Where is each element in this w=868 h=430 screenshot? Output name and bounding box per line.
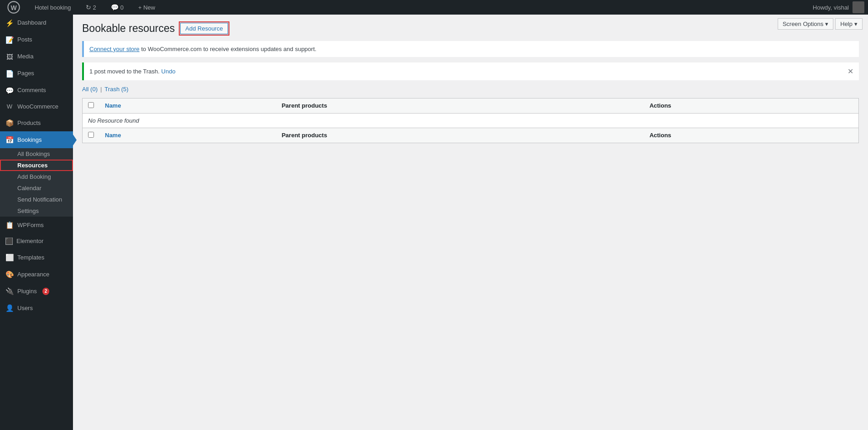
filter-separator: | [100, 86, 102, 93]
sidebar-item-label: Comments [17, 86, 46, 94]
pages-icon: 📄 [5, 69, 14, 78]
page-header: Bookable resources Add Resource [82, 22, 859, 36]
screen-options-chevron: ▾ [825, 21, 828, 27]
filter-bar: All (0) | Trash (5) [82, 86, 859, 93]
sidebar-item-label: Posts [17, 36, 32, 44]
sidebar-item-comments[interactable]: 💬 Comments [0, 82, 73, 99]
bookings-submenu: All Bookings Resources Add Booking Calen… [0, 148, 73, 217]
submenu-calendar[interactable]: Calendar [0, 182, 73, 194]
new-label: + New [138, 4, 155, 11]
sidebar-item-woocommerce[interactable]: W WooCommerce [0, 99, 73, 114]
resources-table: Name Parent products Actions No Resource… [82, 98, 859, 143]
filter-trash-link[interactable]: Trash (5) [104, 86, 128, 93]
no-items-row: No Resource found [83, 113, 859, 128]
footer-name-col[interactable]: Name [99, 128, 276, 143]
store-notice: Connect your store to WooCommerce.com to… [82, 41, 859, 57]
media-icon: 🖼 [5, 52, 14, 62]
help-label: Help [840, 21, 852, 27]
footer-check-col [83, 128, 100, 143]
sidebar-item-media[interactable]: 🖼 Media [0, 48, 73, 65]
admin-menu: ⚡ Dashboard 📝 Posts 🖼 Media 📄 Pages 💬 Co… [0, 15, 73, 430]
filter-all-link[interactable]: All (0) [82, 86, 98, 93]
top-right-bar: Screen Options ▾ Help ▾ [772, 15, 868, 33]
sidebar-item-label: Pages [17, 69, 34, 78]
sidebar-item-label: Appearance [17, 270, 49, 279]
footer-parent-products-col: Parent products [276, 128, 644, 143]
sidebar-item-label: Elementor [16, 237, 43, 245]
trash-notice-close[interactable]: ✕ [847, 67, 853, 76]
products-icon: 📦 [5, 118, 14, 128]
no-items-cell: No Resource found [83, 113, 859, 128]
sidebar-item-label: Plugins [17, 287, 37, 295]
woocommerce-icon: W [5, 103, 14, 111]
comments-count: 0 [120, 4, 124, 11]
sidebar-item-label: Bookings [17, 136, 42, 144]
submenu-add-booking[interactable]: Add Booking [0, 171, 73, 182]
add-resource-button[interactable]: Add Resource [180, 23, 228, 34]
sidebar-item-plugins[interactable]: 🔌 Plugins 2 [0, 283, 73, 300]
submenu-settings[interactable]: Settings [0, 205, 73, 217]
sidebar-item-users[interactable]: 👤 Users [0, 300, 73, 316]
sidebar-item-label: Products [17, 119, 41, 127]
revisions-icon: ↻ [86, 4, 91, 11]
sidebar-item-label: WooCommerce [17, 103, 58, 111]
help-button[interactable]: Help ▾ [835, 18, 863, 30]
templates-icon: ⬜ [5, 253, 14, 262]
sidebar-item-pages[interactable]: 📄 Pages [0, 65, 73, 82]
table-footer-row: Name Parent products Actions [83, 128, 859, 143]
sidebar-item-label: WPForms [17, 221, 44, 229]
page-title: Bookable resources [82, 22, 175, 36]
sidebar-item-bookings[interactable]: 📅 Bookings [0, 131, 73, 148]
select-all-checkbox[interactable] [88, 102, 94, 108]
comments-icon: 💬 [5, 86, 14, 95]
trash-notice: 1 post moved to the Trash. Undo ✕ [82, 62, 859, 80]
plugins-badge: 2 [42, 288, 50, 295]
submenu-all-bookings[interactable]: All Bookings [0, 148, 73, 160]
users-icon: 👤 [5, 303, 14, 313]
connect-store-link[interactable]: Connect your store [89, 46, 140, 52]
sidebar-item-posts[interactable]: 📝 Posts [0, 31, 73, 48]
sidebar-item-elementor[interactable]: ⬛ Elementor [0, 233, 73, 249]
screen-options-label: Screen Options [783, 21, 824, 27]
wp-logo-item[interactable]: W [4, 0, 24, 15]
comments-item[interactable]: 💬 0 [107, 0, 127, 15]
plugins-icon: 🔌 [5, 286, 14, 296]
sidebar-item-label: Dashboard [17, 19, 47, 27]
sidebar-item-templates[interactable]: ⬜ Templates [0, 249, 73, 266]
sidebar-item-label: Media [17, 52, 33, 61]
revisions-count: 2 [93, 4, 96, 11]
howdy-label: Howdy, vishal [813, 4, 849, 11]
store-notice-text: to WooCommerce.com to receive extensions… [140, 46, 317, 52]
sidebar-item-dashboard[interactable]: ⚡ Dashboard [0, 15, 73, 31]
svg-text:W: W [10, 4, 17, 11]
name-column-header[interactable]: Name [99, 98, 276, 113]
footer-select-all-checkbox[interactable] [88, 132, 94, 138]
trash-notice-text: 1 post moved to the Trash. Undo [89, 68, 176, 75]
avatar [852, 1, 864, 13]
revisions-item[interactable]: ↻ 2 [82, 0, 100, 15]
sidebar-item-appearance[interactable]: 🎨 Appearance [0, 266, 73, 283]
dashboard-icon: ⚡ [5, 18, 14, 28]
submenu-resources[interactable]: Resources [0, 160, 73, 171]
table-header-row: Name Parent products Actions [83, 98, 859, 113]
sidebar-item-wpforms[interactable]: 📋 WPForms [0, 217, 73, 233]
admin-bar: W Hotel booking ↻ 2 💬 0 + New Howdy, vis… [0, 0, 868, 15]
parent-products-column-header: Parent products [276, 98, 644, 113]
undo-link[interactable]: Undo [161, 68, 176, 75]
sidebar-item-label: Templates [17, 254, 44, 262]
screen-options-button[interactable]: Screen Options ▾ [778, 18, 834, 30]
site-name: Hotel booking [35, 4, 71, 11]
sidebar-item-label: Users [17, 304, 33, 312]
wpforms-icon: 📋 [5, 220, 14, 230]
actions-column-header: Actions [644, 98, 859, 113]
elementor-icon: ⬛ [5, 238, 13, 245]
bookings-icon: 📅 [5, 135, 14, 145]
sidebar-item-products[interactable]: 📦 Products [0, 114, 73, 131]
submenu-send-notification[interactable]: Send Notification [0, 194, 73, 205]
appearance-icon: 🎨 [5, 269, 14, 279]
footer-actions-col: Actions [644, 128, 859, 143]
site-name-item[interactable]: Hotel booking [31, 0, 75, 15]
posts-icon: 📝 [5, 35, 14, 45]
new-content-item[interactable]: + New [135, 0, 159, 15]
main-content: Screen Options ▾ Help ▾ Bookable resourc… [73, 15, 868, 430]
